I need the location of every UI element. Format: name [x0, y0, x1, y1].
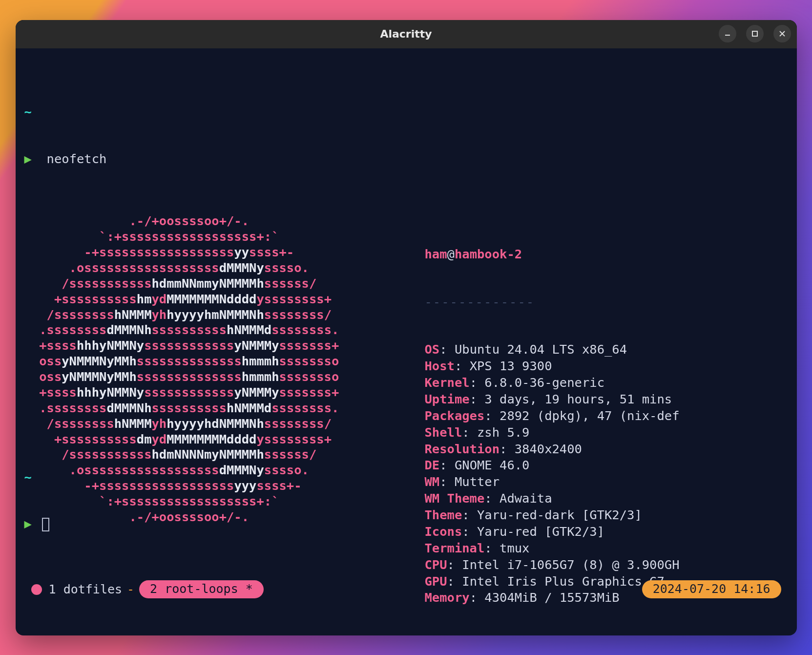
logo-line: ossyNMMMNyMMhsssssssssssssshmmmhssssssso: [24, 369, 425, 385]
info-line: Uptime: 3 days, 19 hours, 51 mins: [425, 392, 788, 407]
info-key: OS: [425, 342, 440, 357]
info-key: Kernel: [425, 375, 470, 390]
prompt-line-cursor: ▶: [24, 516, 788, 532]
username: ham: [425, 247, 447, 261]
logo-line: .-/+oossssoo+/-.: [24, 213, 425, 229]
tab-index: 1: [49, 582, 56, 596]
minimize-button[interactable]: [719, 25, 736, 42]
svg-rect-1: [752, 31, 757, 36]
prompt-arrow-icon: ▶: [24, 516, 32, 531]
maximize-button[interactable]: [746, 25, 764, 42]
cursor: [42, 518, 49, 531]
logo-line: -+ssssssssssssssssssyyssss+-: [24, 245, 425, 260]
prompt-tilde: ~: [24, 470, 32, 485]
info-line: OS: Ubuntu 24.04 LTS x86_64: [425, 342, 788, 358]
info-key: Shell: [425, 425, 462, 440]
info-line: Packages: 2892 (dpkg), 47 (nix-def: [425, 408, 788, 424]
terminal-window: Alacritty ~ ▶ neofetch .-/+oossssoo+/-. …: [16, 20, 797, 635]
tmux-tab-1[interactable]: 1 dotfiles: [49, 582, 123, 597]
info-key: Host: [425, 359, 455, 373]
logo-line: +sssssssssshmydMMMMMMMNddddyssssssss+: [24, 292, 425, 307]
tmux-clock: 2024-07-20 14:16: [642, 580, 781, 598]
prompt-line-tilde-2: ~: [24, 470, 788, 486]
hostname: hambook-2: [455, 247, 522, 261]
minimize-icon: [724, 30, 731, 38]
tmux-tab-2-active[interactable]: 2 root-loops *: [139, 580, 264, 598]
logo-line: ossyNMMMNyMMhsssssssssssssshmmmhssssssso: [24, 354, 425, 369]
tmux-session-indicator-icon: [31, 584, 42, 595]
info-line: Kernel: 6.8.0-36-generic: [425, 375, 788, 391]
logo-line: .ssssssssdMMMNhsssssssssshNMMMdssssssss.: [24, 401, 425, 416]
info-value: XPS 13 9300: [470, 359, 552, 373]
tab-separator: -: [127, 582, 134, 597]
info-value: zsh 5.9: [477, 425, 529, 440]
prompt-tilde: ~: [24, 105, 32, 119]
maximize-icon: [751, 30, 759, 38]
logo-line: .ssssssssdMMMNhsssssssssshNMMMdssssssss.: [24, 322, 425, 338]
logo-line: /ssssssssssshdmmNNmmyNMMMMhssssss/: [24, 276, 425, 292]
titlebar: Alacritty: [16, 20, 797, 48]
logo-line: +sssshhhyNMMNyssssssssssssyNMMMysssssss+: [24, 338, 425, 354]
info-line: Host: XPS 13 9300: [425, 359, 788, 374]
prompt-line-2: ▶ neofetch: [24, 151, 788, 167]
window-controls: [719, 25, 791, 42]
logo-line: /sssssssshNMMMyhhyyyyhdNMMMNhssssssss/: [24, 416, 425, 432]
at-separator: @: [447, 247, 455, 261]
user-host-line: ham@hambook-2: [425, 247, 788, 262]
separator-line: -------------: [425, 295, 788, 310]
close-icon: [778, 30, 786, 38]
info-key: Uptime: [425, 392, 470, 406]
tab-name: dotfiles: [63, 582, 122, 596]
info-value: 3 days, 19 hours, 51 mins: [484, 392, 672, 406]
logo-line: /sssssssshNMMMyhhyyyyhmNMMMNhssssssss/: [24, 307, 425, 323]
logo-line: .ossssssssssssssssssdMMMNysssso.: [24, 260, 425, 276]
info-value: 6.8.0-36-generic: [484, 375, 604, 390]
prompt-arrow-icon: ▶: [24, 151, 32, 166]
tmux-status-bar: 1 dotfiles - 2 root-loops * 2024-07-20 1…: [24, 579, 788, 600]
close-button[interactable]: [773, 25, 791, 42]
command-text: neofetch: [47, 151, 107, 166]
info-value: 2892 (dpkg), 47 (nix-def: [500, 408, 679, 423]
info-value: Ubuntu 24.04 LTS x86_64: [455, 342, 627, 357]
info-line: Shell: zsh 5.9: [425, 425, 788, 441]
logo-line: `:+ssssssssssssssssss+:`: [24, 229, 425, 245]
terminal-content[interactable]: ~ ▶ neofetch .-/+oossssoo+/-. `:+sssssss…: [16, 48, 797, 635]
prompt-line-1: ~: [24, 105, 788, 120]
info-key: Packages: [425, 408, 485, 423]
window-title: Alacritty: [16, 28, 797, 40]
logo-line: +sssshhhyNMMNyssssssssssssyNMMMysssssss+: [24, 385, 425, 401]
